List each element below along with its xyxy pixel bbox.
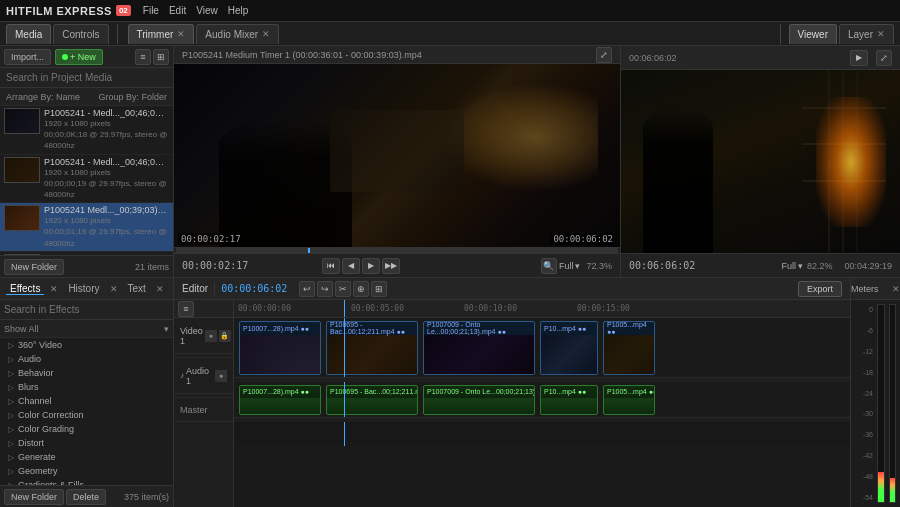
effects-new-folder-button[interactable]: New Folder — [4, 489, 64, 505]
menu-view[interactable]: View — [196, 5, 218, 16]
transport-controls: ⏮ ◀ ▶ ▶▶ — [322, 258, 400, 274]
media-name: P1005241 Medl..._00;39;03).mp4 — [44, 205, 169, 215]
effect-generate[interactable]: ▷ Generate — [0, 450, 173, 464]
media-thumb — [4, 108, 40, 134]
audio-clip-2[interactable]: P100695 - Bac...00;12;211.mp4 ●● — [326, 385, 418, 415]
playhead[interactable] — [344, 300, 345, 317]
step-back-button[interactable]: ◀ — [342, 258, 360, 274]
tab-text[interactable]: Text — [124, 283, 150, 294]
effect-blurs[interactable]: ▷ Blurs — [0, 380, 173, 394]
media-item[interactable]: P1005241 - Medl..._00;46;02).mp4 1920 x … — [0, 155, 173, 204]
viewer-header: 00:06:06:02 ▶ ⤢ — [621, 46, 900, 70]
video-playhead — [344, 318, 345, 377]
effect-360-video[interactable]: ▷ 360° Video — [0, 338, 173, 352]
timeline-content: ≡ Video 1 ● 🔒 ♪ Audio 1 ● — [174, 300, 850, 507]
viewer-play-button[interactable]: ▶ — [850, 50, 868, 66]
master-track-row — [234, 422, 850, 446]
menu-file[interactable]: File — [143, 5, 159, 16]
cut-icon[interactable]: ✂ — [335, 281, 351, 297]
media-item-selected[interactable]: P1005241 Medl..._00;39;03).mp4 1920 x 10… — [0, 203, 173, 252]
effects-footer: New Folder Delete 375 item(s) — [0, 485, 173, 507]
paste-icon[interactable]: ⊞ — [371, 281, 387, 297]
tab-controls[interactable]: Controls — [53, 24, 108, 44]
editor-timecode: 00:00:06:02 — [221, 283, 287, 294]
media-thumb — [4, 205, 40, 231]
audio-playhead — [344, 382, 345, 417]
effects-delete-button[interactable]: Delete — [66, 489, 106, 505]
effects-header: Effects ✕ History ✕ Text ✕ — [0, 278, 173, 300]
video-clip-2[interactable]: P100695 - Bac...00;12;211.mp4 ●● — [326, 321, 418, 375]
media-item[interactable]: P1005241 - Medl..._00;46;02).mp4 1920 x … — [0, 106, 173, 155]
app-badge: 02 — [116, 5, 131, 16]
tab-audio-mixer-close[interactable]: ✕ — [262, 29, 270, 39]
video-clip-1[interactable]: P10007...28).mp4 ●● — [239, 321, 321, 375]
export-button[interactable]: Export — [798, 281, 842, 297]
audio-clip-5[interactable]: P1005...mp4 ●● — [603, 385, 655, 415]
zoom-level: 72.3% — [586, 261, 612, 271]
tab-trimmer-close[interactable]: ✕ — [177, 29, 185, 39]
redo-icon[interactable]: ↪ — [317, 281, 333, 297]
trimmer-timecode-overlay: 00:00:02:17 — [178, 233, 244, 245]
effects-search-input[interactable] — [4, 304, 169, 315]
effects-search-bar — [0, 300, 173, 320]
zoom-out-icon[interactable]: 🔍 — [541, 258, 557, 274]
video-clip-4[interactable]: P10...mp4 ●● — [540, 321, 598, 375]
viewer-time2: 00:04:29:19 — [844, 261, 892, 271]
play-button[interactable]: ▶ — [362, 258, 380, 274]
audio-clip-3[interactable]: P1007009 - Onto Le...00;00;21;13).mp4 ●● — [423, 385, 535, 415]
trimmer-video-area[interactable]: 00:00:02:17 00:00:06:02 — [174, 64, 620, 247]
effect-gradients-fills[interactable]: ▷ Gradients & Fills — [0, 478, 173, 485]
tab-effects[interactable]: Effects — [6, 283, 44, 295]
meter-right-fill — [890, 478, 896, 502]
tabs-row: Media Controls Trimmer ✕ Audio Mixer ✕ V… — [0, 22, 900, 46]
effect-geometry[interactable]: ▷ Geometry — [0, 464, 173, 478]
tab-viewer[interactable]: Viewer — [789, 24, 837, 44]
viewer-video-area — [621, 70, 900, 253]
media-search-input[interactable] — [6, 72, 167, 83]
tab-history[interactable]: History — [64, 283, 103, 294]
effect-audio[interactable]: ▷ Audio — [0, 352, 173, 366]
undo-icon[interactable]: ↩ — [299, 281, 315, 297]
master-track-label: Master — [174, 398, 233, 422]
menu-help[interactable]: Help — [228, 5, 249, 16]
media-meta: 1920 x 1080 pixels00;00;00;19 @ 29.97fps… — [44, 167, 169, 201]
video-clip-5[interactable]: P1005...mp4 ●● — [603, 321, 655, 375]
audio-clip-1[interactable]: P10007...28).mp4 ●● — [239, 385, 321, 415]
tab-audio-mixer[interactable]: Audio Mixer ✕ — [196, 24, 279, 44]
tracks-menu-icon[interactable]: ≡ — [178, 301, 194, 317]
viewer-time-display: 00:06:06:02 — [629, 260, 695, 271]
prev-frame-button[interactable]: ⏮ — [322, 258, 340, 274]
new-folder-button[interactable]: New Folder — [4, 259, 64, 275]
tab-layer-close[interactable]: ✕ — [877, 29, 885, 39]
audio-clip-4[interactable]: P10...mp4 ●● — [540, 385, 598, 415]
tab-media[interactable]: Media — [6, 24, 51, 44]
track-lock-icon[interactable]: 🔒 — [219, 330, 231, 342]
grid-view-icon[interactable]: ⊞ — [153, 49, 169, 65]
effect-behavior[interactable]: ▷ Behavior — [0, 366, 173, 380]
tab-layer[interactable]: Layer ✕ — [839, 24, 894, 44]
timeline-tracks[interactable]: 00:00:00:00 00:00:05:00 00:00:10:00 00:0… — [234, 300, 850, 507]
track-mute-icon[interactable]: ● — [205, 330, 217, 342]
effect-color-grading[interactable]: ▷ Color Grading — [0, 422, 173, 436]
audio-mute-icon[interactable]: ● — [215, 370, 227, 382]
effect-distort[interactable]: ▷ Distort — [0, 436, 173, 450]
expand-icon[interactable]: ⤢ — [596, 47, 612, 63]
menu-edit[interactable]: Edit — [169, 5, 186, 16]
copy-icon[interactable]: ⊕ — [353, 281, 369, 297]
video-track-row[interactable]: P10007...28).mp4 ●● P100695 - Bac...00;1… — [234, 318, 850, 378]
list-view-icon[interactable]: ≡ — [135, 49, 151, 65]
effect-channel[interactable]: ▷ Channel — [0, 394, 173, 408]
viewer-expand-icon[interactable]: ⤢ — [876, 50, 892, 66]
new-button[interactable]: + New — [55, 49, 103, 65]
editor-header: Editor 00:00:06:02 ↩ ↪ ✂ ⊕ ⊞ Export — [174, 278, 850, 300]
trimmer-scrubber[interactable] — [176, 248, 618, 253]
step-forward-button[interactable]: ▶▶ — [382, 258, 400, 274]
tab-trimmer[interactable]: Trimmer ✕ — [128, 24, 195, 44]
trimmer-playhead[interactable] — [308, 248, 310, 253]
audio-track-row[interactable]: P10007...28).mp4 ●● P100695 - Bac...00;1… — [234, 382, 850, 418]
top-bar: HITFILM EXPRESS 02 File Edit View Help — [0, 0, 900, 22]
effect-color-correction[interactable]: ▷ Color Correction — [0, 408, 173, 422]
video-clip-3[interactable]: P1007009 - Onto Le...00;00;21;13).mp4 ●● — [423, 321, 535, 375]
import-button[interactable]: Import... — [4, 49, 51, 65]
meter-left — [877, 304, 885, 503]
